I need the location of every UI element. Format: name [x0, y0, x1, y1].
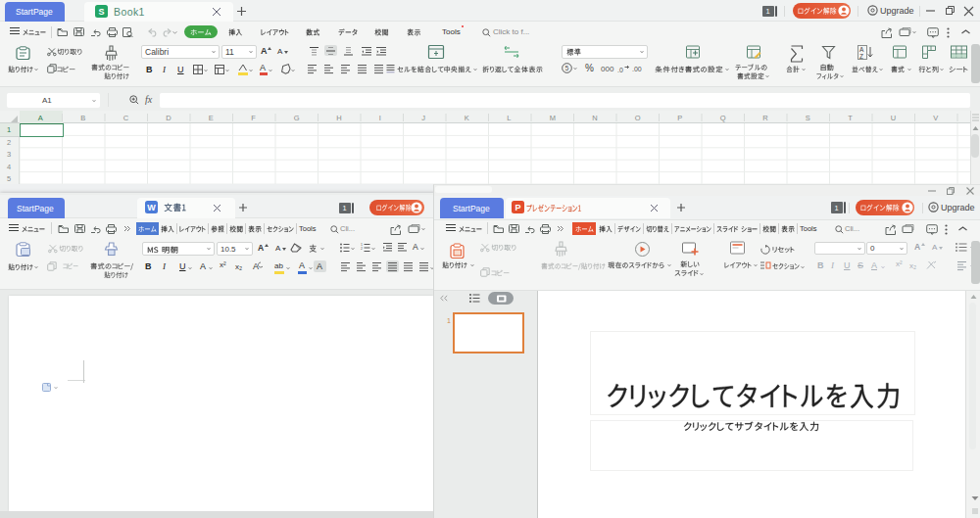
svg-text:5: 5 — [565, 65, 569, 71]
svg-text:P: P — [514, 203, 520, 212]
svg-text:.00: .00 — [632, 66, 642, 72]
svg-text:.0: .0 — [617, 67, 623, 73]
svg-text:W: W — [147, 203, 156, 212]
svg-text:Z: Z — [859, 53, 863, 60]
svg-text:000: 000 — [601, 65, 614, 73]
svg-text:A: A — [253, 261, 259, 271]
svg-text:S: S — [98, 7, 104, 17]
svg-text:2: 2 — [361, 247, 363, 251]
